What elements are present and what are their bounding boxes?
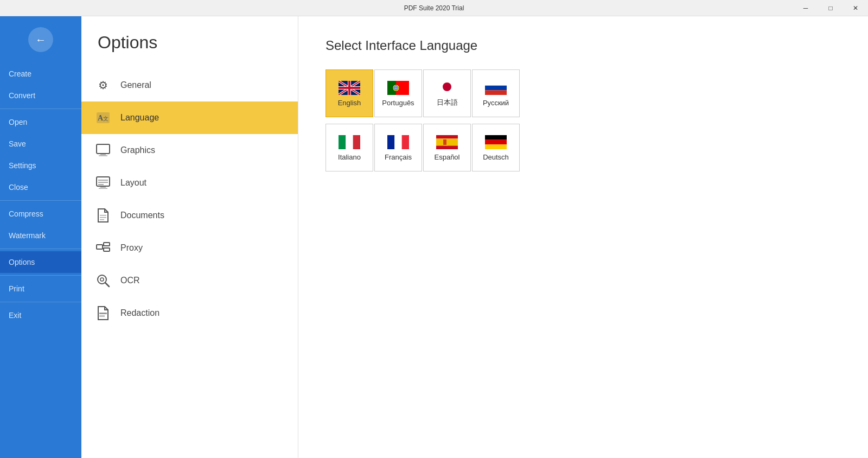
language-japanese-name: 日本語 (437, 98, 458, 107)
svg-rect-53 (436, 145, 458, 149)
sidebar-label-watermark: Watermark (9, 231, 46, 240)
options-label-ocr: OCR (120, 276, 140, 285)
titlebar-controls: ─ □ ✕ (793, 0, 868, 16)
sidebar-label-close: Close (9, 183, 28, 192)
sidebar-divider-2 (0, 200, 81, 201)
sidebar-label-settings: Settings (9, 161, 36, 170)
options-label-general: General (120, 80, 151, 90)
svg-rect-8 (98, 182, 108, 183)
sidebar-item-watermark[interactable]: Watermark (0, 225, 81, 246)
sidebar-item-compress[interactable]: Compress (0, 203, 81, 225)
language-francais[interactable]: Français (374, 124, 422, 171)
options-label-graphics: Graphics (120, 145, 155, 155)
sidebar-label-exit: Exit (9, 311, 21, 320)
language-russian[interactable]: Русский (472, 69, 520, 117)
options-item-language[interactable]: A 文 Language (81, 101, 298, 134)
sidebar-item-settings[interactable]: Settings (0, 155, 81, 176)
options-item-redaction[interactable]: Redaction (81, 297, 298, 329)
close-button[interactable]: ✕ (843, 0, 868, 16)
svg-point-22 (100, 278, 104, 281)
svg-rect-24 (99, 315, 105, 317)
svg-rect-11 (99, 188, 107, 189)
flag-portugues (387, 80, 409, 96)
flag-espanol (436, 135, 458, 150)
svg-rect-55 (446, 138, 448, 145)
section-title: Select Interface Language (326, 38, 841, 53)
language-italiano-name: Italiano (338, 153, 361, 161)
svg-rect-5 (99, 155, 107, 156)
options-item-ocr[interactable]: OCR (81, 264, 298, 297)
svg-rect-23 (99, 313, 107, 314)
sidebar-item-options[interactable]: Options (0, 251, 81, 273)
language-portugues-name: Português (382, 99, 414, 107)
svg-rect-4 (100, 154, 106, 155)
svg-rect-14 (100, 219, 104, 220)
content-area: Options ⚙ General A 文 Language (81, 16, 868, 458)
sidebar-label-convert: Convert (9, 91, 35, 100)
sidebar-item-open[interactable]: Open (0, 111, 81, 133)
language-deutsch[interactable]: Deutsch (472, 124, 520, 171)
language-japanese[interactable]: 日本語 (423, 69, 471, 117)
svg-rect-58 (485, 144, 507, 149)
options-item-documents[interactable]: Documents (81, 199, 298, 232)
svg-rect-9 (98, 184, 104, 185)
svg-rect-16 (104, 243, 110, 246)
options-label-documents: Documents (120, 211, 164, 220)
options-label-layout: Layout (120, 178, 146, 188)
titlebar: PDF Suite 2020 Trial ─ □ ✕ (0, 0, 868, 16)
options-item-graphics[interactable]: Graphics (81, 134, 298, 167)
sidebar: ← Create Convert Open Save Settings Clos… (0, 16, 81, 458)
svg-rect-48 (387, 135, 394, 149)
svg-rect-56 (485, 135, 507, 140)
app-body: ← Create Convert Open Save Settings Clos… (0, 16, 868, 458)
options-title: Options (81, 27, 298, 69)
svg-rect-47 (353, 135, 360, 149)
sidebar-label-save: Save (9, 139, 26, 148)
flag-russian (485, 80, 507, 96)
sidebar-label-open: Open (9, 118, 27, 126)
flag-japanese (436, 79, 458, 94)
sidebar-item-save[interactable]: Save (0, 133, 81, 155)
restore-button[interactable]: □ (818, 0, 843, 16)
main-content: Select Interface Language (298, 16, 868, 458)
sidebar-item-convert[interactable]: Convert (0, 85, 81, 106)
sidebar-divider-5 (0, 302, 81, 302)
svg-rect-42 (485, 81, 507, 86)
gear-icon: ⚙ (94, 77, 112, 94)
flag-english (339, 80, 360, 96)
sidebar-label-options: Options (9, 258, 35, 266)
options-sidebar: Options ⚙ General A 文 Language (81, 16, 298, 458)
svg-rect-50 (402, 135, 409, 149)
options-label-redaction: Redaction (120, 308, 159, 318)
options-item-general[interactable]: ⚙ General (81, 69, 298, 101)
language-espanol-name: Español (435, 153, 460, 161)
svg-rect-33 (339, 87, 360, 89)
sidebar-item-close[interactable]: Close (0, 176, 81, 198)
svg-rect-57 (485, 139, 507, 144)
svg-rect-51 (436, 135, 458, 139)
redaction-icon (94, 304, 112, 322)
svg-point-41 (443, 82, 451, 91)
svg-rect-13 (100, 217, 106, 218)
svg-rect-46 (346, 135, 353, 149)
sidebar-item-create[interactable]: Create (0, 63, 81, 85)
svg-rect-12 (100, 215, 106, 216)
flag-deutsch (485, 135, 507, 150)
language-russian-name: Русский (483, 99, 509, 107)
svg-rect-15 (97, 245, 103, 249)
language-espanol[interactable]: Español (423, 124, 471, 171)
options-item-layout[interactable]: Layout (81, 167, 298, 199)
language-english[interactable]: English (326, 69, 373, 117)
sidebar-divider-4 (0, 275, 81, 276)
back-button[interactable]: ← (28, 27, 53, 52)
flag-italiano (339, 135, 360, 150)
language-portugues[interactable]: Português (374, 69, 422, 117)
monitor-icon (94, 142, 112, 159)
sidebar-item-print[interactable]: Print (0, 278, 81, 300)
sidebar-item-exit[interactable]: Exit (0, 304, 81, 326)
language-english-name: English (338, 99, 361, 107)
language-italiano[interactable]: Italiano (326, 124, 373, 171)
svg-rect-17 (104, 248, 110, 251)
options-item-proxy[interactable]: Proxy (81, 232, 298, 264)
minimize-button[interactable]: ─ (793, 0, 818, 16)
